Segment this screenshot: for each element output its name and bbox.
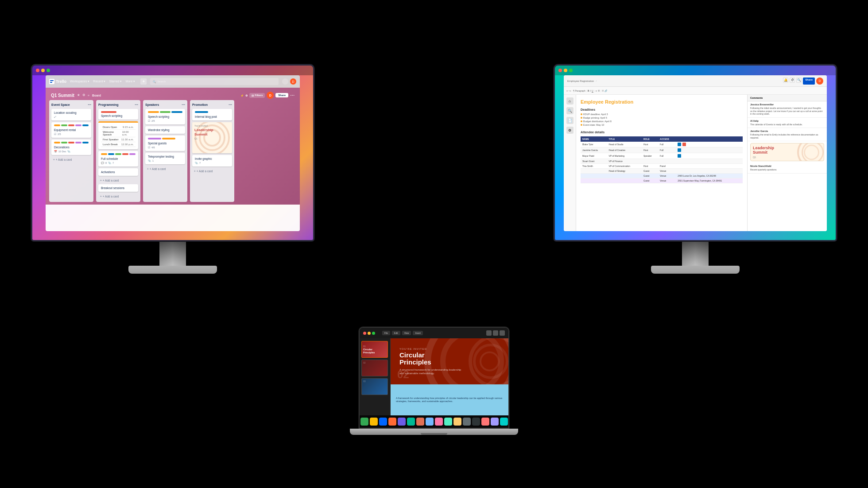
dock-icon-11[interactable] [435,418,443,426]
toolbar-icon-3[interactable]: 🔍 [796,77,802,83]
add-card-promotion[interactable]: + + Add a card [192,168,232,174]
card-special-guests[interactable]: Special guests ☑ 4/6 [145,136,185,151]
card-full-schedule[interactable]: Full schedule 💬 8 📎 7 [98,151,138,167]
dock-icon-3[interactable] [360,418,368,426]
close-button-right[interactable] [558,69,562,72]
toolbar-icon-2[interactable]: ⏱ [790,77,795,83]
card-schedule[interactable]: Doors Open 9:15 a.m. Welcome Speech 10:0… [98,121,138,149]
doc-avatar[interactable]: D [816,77,823,85]
more-options-icon[interactable]: ⋯ [290,93,294,98]
dock-icon-9[interactable] [416,418,424,426]
format-align-center[interactable]: ☰ [598,89,600,92]
card-equipment-rental[interactable]: Equipment rental ☑ 2/5 [51,122,91,138]
third-slide-text: A framework for understanding how princi… [396,397,503,403]
card-speech-scripting-speakers[interactable]: Speech scripting ☑ 2/5 [145,109,185,124]
card-decorations[interactable]: Decorations 📅 10 Dec 📎 [51,139,91,155]
card-internal-blog[interactable]: Internal blog post [192,109,232,120]
dock-icon-5[interactable] [379,418,387,426]
share-button[interactable]: Share [275,93,288,97]
format-underline[interactable]: U [592,89,593,92]
maximize-button[interactable] [46,69,50,72]
avatar-icon[interactable]: D [290,78,296,85]
filters-button[interactable]: ⊟ Filters [249,93,265,98]
card-activations[interactable]: Activations [98,168,138,176]
board-view-label[interactable]: Board [92,94,101,97]
edit-icon[interactable] [678,148,681,152]
power-ups-btn[interactable]: ⚡ [240,94,244,97]
dock-icon-8[interactable] [407,418,415,426]
pres-file-menu[interactable]: File [382,331,390,335]
redo-icon[interactable]: ↪ [569,89,571,92]
pres-close[interactable] [363,332,366,335]
share-button-doc[interactable]: Share [803,77,815,85]
format-list[interactable]: ☷ [602,89,604,92]
add-card-speakers[interactable]: + + Add a card [145,166,185,172]
format-italic[interactable]: I [590,89,591,92]
sidebar-icon-search[interactable]: 🔍 [566,107,574,114]
format-bold[interactable]: B [588,89,589,92]
dock-icon-7[interactable] [398,418,406,426]
dock-icon-2[interactable] [359,418,359,426]
add-card-event-space[interactable]: + + Add a card [51,157,91,163]
pres-view-menu[interactable]: View [402,331,411,335]
maximize-button-right[interactable] [569,69,573,72]
col-menu-programming[interactable]: ⋯ [135,103,138,107]
close-button[interactable] [36,69,39,72]
card-location-scouting[interactable]: Location scouting 🖊 [51,109,91,120]
dock-icon-18[interactable] [500,418,508,426]
undo-icon[interactable]: ↩ [566,89,568,92]
card-invite-graphic[interactable]: Invite graphic 📎 7 [192,155,232,167]
col-menu-event-space[interactable]: ⋯ [88,103,91,107]
format-link[interactable]: 🔗 [604,89,607,92]
create-button[interactable]: + [140,78,147,85]
dock-icon-14[interactable] [463,418,471,426]
slide-thumb-2[interactable]: 02 [361,360,388,376]
slide-thumb-3[interactable]: 03 [361,378,388,395]
card-teleprompter[interactable]: Teleprompter testing 📎 1 [145,153,185,164]
dock-icon-16[interactable] [481,418,489,426]
pres-insert-menu[interactable]: Insert [413,331,423,335]
add-card-programming-2[interactable]: + + Add a card [98,194,138,199]
dock-icon-10[interactable] [426,418,434,426]
nav-starred[interactable]: Starred ▾ [109,80,122,83]
edit-icon[interactable] [678,143,681,146]
sidebar-icon-home[interactable]: ⌂ [566,97,574,105]
sidebar-icon-pages[interactable]: 📄 [566,117,574,124]
member-avatar[interactable]: D [267,92,274,99]
col-menu-speakers[interactable]: ⋯ [182,103,185,107]
dock-icon-17[interactable] [491,418,499,426]
nav-more[interactable]: More ▾ [125,80,135,83]
card-wardrobe-styling[interactable]: Wardrobe styling [145,126,185,134]
format-align-left[interactable]: ≡ [596,89,597,92]
pres-minimize[interactable] [368,332,371,335]
dock-icon-13[interactable] [453,418,461,426]
minimize-button[interactable] [41,69,45,72]
edit-icon[interactable] [678,154,681,158]
add-card-programming[interactable]: + + Add a card [98,178,138,183]
sidebar-icon-settings[interactable]: ⚙ [566,127,574,134]
dock-icon-15[interactable] [472,418,480,426]
card-breakout-sessions[interactable]: Breakout sessions [98,184,138,192]
format-para[interactable]: ¶ Paragraph [573,89,585,92]
automation-btn[interactable]: ⚙ [245,94,248,97]
minimize-button-right[interactable] [564,69,567,72]
trash-icon[interactable] [682,143,686,146]
toolbar-icon-1[interactable]: 🔔 [783,77,788,83]
dock-icon-19[interactable] [509,418,510,426]
search-bar[interactable]: 🔍 Search [150,78,279,85]
slide-thumb-1[interactable]: 01 CircularPrinciples [361,341,388,358]
dock-icon-12[interactable] [444,418,452,426]
col-menu-promotion[interactable]: ⋯ [229,103,232,107]
pres-maximize[interactable] [372,332,375,335]
dock-icon-4[interactable] [370,418,378,426]
pres-icon-3[interactable] [500,330,505,336]
pres-edit-menu[interactable]: Edit [392,331,400,335]
nav-recent[interactable]: Recent ▾ [93,80,105,83]
card-leadership-summit[interactable]: You're invited LeadershipSummit Q1 [192,122,232,153]
pres-icon-1[interactable] [486,330,492,336]
nav-workspaces[interactable]: Workspaces ▾ [70,80,89,83]
dock-icon-6[interactable] [388,418,396,426]
pres-icon-2[interactable] [493,330,498,336]
card-speech-scripting[interactable]: Speech scripting [98,109,138,120]
notif-icon[interactable] [282,78,288,85]
